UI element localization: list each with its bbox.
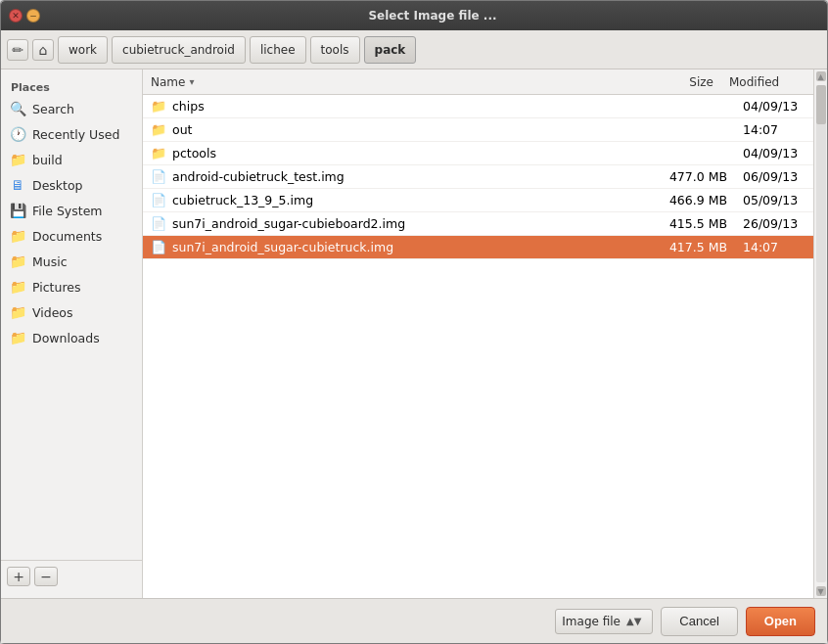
scroll-up-arrow[interactable]: ▲ (816, 71, 826, 81)
scroll-track (816, 85, 826, 582)
sort-arrow-icon: ▾ (189, 76, 194, 87)
bookmark-cubietruck-android[interactable]: cubietruck_android (112, 36, 246, 64)
edit-button[interactable]: ✏ (7, 39, 28, 61)
folder-build-icon: 📁 (9, 151, 26, 168)
scrollbar[interactable]: ▲ ▼ (813, 69, 827, 598)
sidebar-item-search[interactable]: 🔍 Search (1, 96, 142, 121)
file-filter-select[interactable]: Image file ▲▼ (555, 609, 653, 634)
bottom-bar: Image file ▲▼ Cancel Open (1, 598, 827, 643)
titlebar: ✕ − Select Image file ... (1, 1, 827, 30)
main-content: Places 🔍 Search 🕐 Recently Used 📁 build … (1, 69, 827, 598)
bookmark-work[interactable]: work (58, 36, 108, 64)
sidebar-item-downloads[interactable]: 📁 Downloads (1, 325, 142, 350)
sidebar-section-places: Places (1, 75, 142, 96)
filter-dropdown-arrow-icon: ▲▼ (626, 616, 641, 626)
sidebar-item-file-system[interactable]: 💾 File System (1, 198, 142, 223)
scroll-down-arrow[interactable]: ▼ (816, 586, 826, 596)
edit-icon: ✏ (12, 42, 23, 58)
file-list-header: Name ▾ Size Modified (143, 69, 813, 95)
list-item[interactable]: 📁 out 14:07 (143, 118, 813, 142)
list-item[interactable]: 📁 pctools 04/09/13 (143, 142, 813, 165)
sidebar-add-remove: + − (1, 560, 142, 592)
list-item[interactable]: 📁 chips 04/09/13 (143, 95, 813, 118)
list-item[interactable]: 📄 sun7i_android_sugar-cubietruck.img 417… (143, 236, 813, 259)
documents-icon: 📁 (9, 227, 26, 245)
pictures-icon: 📁 (9, 278, 26, 296)
window-title: Select Image file ... (46, 9, 819, 23)
sidebar-item-music[interactable]: 📁 Music (1, 249, 142, 274)
downloads-icon: 📁 (9, 329, 26, 346)
file-icon: 📄 (151, 216, 166, 232)
file-icon: 📄 (151, 240, 166, 255)
file-icon: 📄 (151, 193, 166, 208)
home-button[interactable]: ⌂ (32, 39, 54, 61)
list-item[interactable]: 📄 sun7i_android_sugar-cubieboard2.img 41… (143, 212, 813, 236)
bookmark-tools[interactable]: tools (310, 36, 360, 64)
bookmark-lichee[interactable]: lichee (250, 36, 306, 64)
music-icon: 📁 (9, 253, 26, 270)
file-icon: 📄 (151, 169, 166, 185)
sidebar-item-build[interactable]: 📁 build (1, 147, 142, 172)
sidebar-item-pictures[interactable]: 📁 Pictures (1, 274, 142, 299)
desktop-icon: 🖥 (9, 176, 26, 194)
list-item[interactable]: 📄 cubietruck_13_9_5.img 466.9 MB 05/09/1… (143, 189, 813, 212)
cancel-button[interactable]: Cancel (661, 607, 737, 636)
close-button[interactable]: ✕ (9, 9, 23, 23)
search-icon: 🔍 (9, 100, 26, 117)
sidebar-item-recently-used[interactable]: 🕐 Recently Used (1, 121, 142, 147)
sidebar: Places 🔍 Search 🕐 Recently Used 📁 build … (1, 69, 143, 598)
list-item[interactable]: 📄 android-cubietruck_test.img 477.0 MB 0… (143, 165, 813, 189)
bookmark-pack[interactable]: pack (364, 36, 417, 64)
sidebar-item-videos[interactable]: 📁 Videos (1, 299, 142, 325)
folder-icon: 📁 (151, 122, 166, 138)
column-modified-header[interactable]: Modified (721, 75, 800, 89)
column-size-header[interactable]: Size (643, 75, 721, 89)
titlebar-buttons: ✕ − (9, 9, 40, 23)
toolbar: ✏ ⌂ work cubietruck_android lichee tools… (1, 30, 827, 69)
videos-icon: 📁 (9, 303, 26, 321)
scroll-thumb[interactable] (816, 85, 826, 124)
file-dialog: ✕ − Select Image file ... ✏ ⌂ work cubie… (0, 0, 828, 644)
column-name-header[interactable]: Name ▾ (143, 75, 643, 89)
minimize-button[interactable]: − (26, 9, 40, 23)
file-system-icon: 💾 (9, 202, 26, 219)
sidebar-item-documents[interactable]: 📁 Documents (1, 223, 142, 249)
sidebar-remove-button[interactable]: − (34, 567, 58, 586)
sidebar-item-desktop[interactable]: 🖥 Desktop (1, 172, 142, 198)
folder-icon: 📁 (151, 99, 166, 115)
folder-icon: 📁 (151, 146, 166, 161)
open-button[interactable]: Open (746, 607, 815, 636)
file-panel: Name ▾ Size Modified 📁 chips 04/09/13 (143, 69, 813, 598)
file-list: 📁 chips 04/09/13 📁 out 14:07 (143, 95, 813, 598)
home-icon: ⌂ (39, 42, 48, 58)
recently-used-icon: 🕐 (9, 125, 26, 143)
sidebar-add-button[interactable]: + (7, 567, 30, 586)
